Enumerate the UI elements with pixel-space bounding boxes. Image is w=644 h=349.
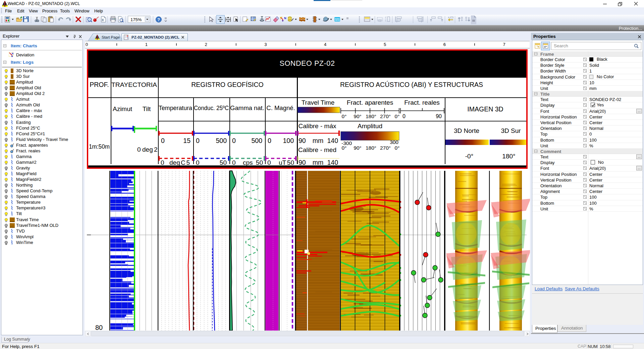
svg-text:-0°: -0° — [465, 153, 474, 160]
svg-text:Calibre - med: Calibre - med — [298, 146, 336, 153]
svg-text:Azimut: Azimut — [113, 105, 132, 112]
svg-text:90: 90 — [299, 137, 306, 144]
svg-text:deg: deg — [142, 146, 153, 153]
svg-text:C. Magné.: C. Magné. — [266, 104, 295, 111]
svg-text:0: 0 — [232, 137, 236, 144]
svg-text:270°: 270° — [380, 145, 391, 151]
svg-text:TRAYECTORIA: TRAYECTORIA — [111, 81, 157, 88]
svg-text:140: 140 — [327, 137, 338, 144]
svg-text:500: 500 — [216, 137, 227, 144]
svg-text:270°: 270° — [380, 113, 391, 119]
svg-text:5: 5 — [186, 159, 190, 166]
svg-text:Temperatura: Temperatura — [159, 104, 193, 111]
svg-text:3D Sur: 3D Sur — [501, 127, 521, 134]
svg-text:50: 50 — [220, 159, 227, 166]
svg-text:6: 6 — [443, 42, 446, 47]
svg-text:5: 5 — [384, 42, 386, 47]
svg-text:140: 140 — [327, 159, 338, 166]
svg-text:REGISTRO GEOFÍSICO: REGISTRO GEOFÍSICO — [191, 81, 264, 88]
svg-text:100: 100 — [283, 137, 294, 144]
svg-text:Amplitud: Amplitud — [358, 122, 382, 130]
svg-text:180°: 180° — [502, 153, 515, 160]
svg-text:2: 2 — [154, 146, 158, 153]
svg-text:0: 0 — [161, 159, 164, 166]
svg-text:PROF.: PROF. — [90, 81, 109, 88]
svg-text:7: 7 — [503, 42, 505, 47]
svg-text:3: 3 — [264, 42, 267, 47]
svg-text:cps: cps — [243, 159, 253, 166]
svg-text:N: N — [12, 52, 13, 55]
svg-text:REGISTRO ACÚSTICO (ABI) Y ESTR: REGISTRO ACÚSTICO (ABI) Y ESTRUCTURAS — [340, 81, 483, 88]
svg-text:4: 4 — [324, 42, 326, 47]
svg-text:deg: deg — [169, 159, 180, 166]
svg-text:Fract. aparentes: Fract. aparentes — [347, 99, 393, 106]
svg-text:0: 0 — [267, 159, 271, 166]
svg-text:90°: 90° — [354, 145, 361, 151]
svg-text:50: 50 — [256, 159, 263, 166]
svg-text:SONDEO PZ-02: SONDEO PZ-02 — [280, 59, 335, 67]
svg-text:0°: 0° — [395, 113, 400, 119]
svg-text:N: N — [284, 16, 286, 20]
svg-text:Fract. reales: Fract. reales — [404, 99, 440, 106]
svg-text:0: 0 — [268, 137, 271, 144]
svg-text:mm: mm — [313, 137, 324, 144]
svg-text:0: 0 — [196, 137, 200, 144]
svg-text:90: 90 — [299, 159, 306, 166]
svg-text:C: C — [181, 159, 185, 166]
svg-text:80: 80 — [95, 324, 103, 331]
svg-text:1: 1 — [145, 42, 148, 47]
svg-text:IMAGEN 3D: IMAGEN 3D — [467, 105, 503, 113]
svg-text:50: 50 — [287, 159, 294, 166]
svg-text:Gamma nat.: Gamma nat. — [230, 104, 264, 111]
svg-text:Travel Time: Travel Time — [302, 99, 335, 106]
svg-text:0: 0 — [137, 146, 141, 153]
svg-text:Conduc. 25ºC: Conduc. 25ºC — [194, 104, 229, 111]
svg-text:0: 0 — [402, 113, 406, 119]
svg-text:1m:50m: 1m:50m — [89, 143, 110, 150]
svg-text:500: 500 — [251, 137, 262, 144]
svg-text:0: 0 — [232, 159, 236, 166]
svg-text:0°: 0° — [395, 145, 400, 151]
svg-text:0: 0 — [161, 137, 165, 144]
svg-text:3D Norte: 3D Norte — [454, 127, 479, 134]
svg-text:0: 0 — [86, 42, 88, 47]
svg-text:mm: mm — [313, 159, 324, 166]
svg-text:300: 300 — [390, 139, 398, 145]
svg-text:?: ? — [157, 17, 160, 22]
svg-text:0: 0 — [196, 159, 200, 166]
svg-text:180°: 180° — [366, 145, 376, 151]
svg-text:Tilt: Tilt — [143, 105, 151, 112]
svg-text:uT: uT — [279, 159, 286, 166]
svg-text:90: 90 — [436, 113, 442, 119]
svg-text:180°: 180° — [366, 113, 376, 119]
svg-text:2: 2 — [205, 42, 207, 47]
svg-text:Calibre - máx: Calibre - máx — [299, 122, 336, 130]
svg-text:0°: 0° — [342, 113, 347, 119]
svg-text:90°: 90° — [354, 113, 361, 119]
svg-text:15: 15 — [183, 137, 191, 144]
svg-text:0°: 0° — [342, 145, 347, 151]
